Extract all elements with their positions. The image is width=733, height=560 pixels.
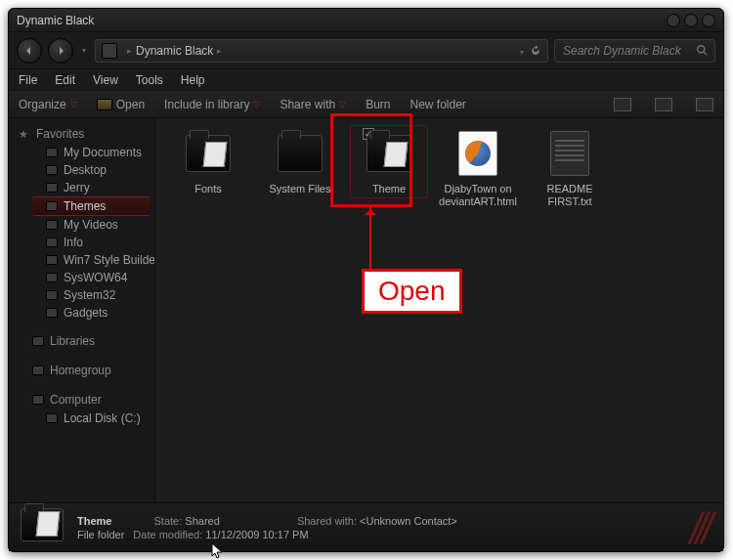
sidebar-item-themes[interactable]: Themes: [32, 196, 151, 216]
forward-button[interactable]: [48, 38, 73, 64]
folder-icon: [46, 255, 58, 265]
folder-icon: [46, 165, 58, 175]
folder-icon: [46, 201, 58, 211]
computer-icon: [32, 395, 44, 405]
organize-button[interactable]: Organize▽: [19, 98, 77, 111]
item-label: DjabyTown on deviantART.html: [439, 183, 517, 208]
details-sharedwith-label: Shared with:: [297, 515, 357, 527]
include-in-library-button[interactable]: Include in library▽: [164, 98, 260, 111]
search-placeholder: Search Dynamic Black: [563, 44, 681, 58]
chevron-down-icon: ▽: [339, 100, 346, 109]
share-with-button[interactable]: Share with▽: [280, 98, 346, 111]
sidebar-group-computer[interactable]: Computer: [13, 390, 154, 409]
open-button[interactable]: Open: [97, 98, 145, 111]
close-button[interactable]: [702, 14, 715, 27]
sidebar-item-desktop[interactable]: Desktop: [13, 161, 154, 179]
search-input[interactable]: Search Dynamic Black: [554, 39, 715, 63]
folder-icon: [366, 135, 411, 172]
svg-point-0: [698, 45, 705, 52]
libraries-icon: [32, 336, 44, 346]
star-icon: ★: [19, 128, 28, 141]
homegroup-icon: [32, 366, 44, 375]
details-state-label: State:: [154, 515, 183, 527]
item-label: Theme: [372, 183, 406, 195]
nav-row: ▾ ▸ Dynamic Black ▸ ▾ Search Dynamic Bla…: [9, 32, 723, 69]
sidebar-group-homegroup[interactable]: Homegroup: [13, 361, 154, 380]
help-button[interactable]: [696, 98, 713, 111]
sidebar-group-libraries[interactable]: Libraries: [13, 331, 154, 351]
item-label: README FIRST.txt: [531, 183, 609, 208]
items-grid: Fonts System Files ✓ Theme DjabyTown on …: [169, 128, 710, 208]
menu-file[interactable]: File: [19, 73, 37, 87]
details-modified-value: 11/12/2009 10:17 PM: [205, 529, 308, 540]
open-folder-icon: [97, 99, 112, 110]
view-options-button[interactable]: [614, 98, 631, 111]
text-file-icon: [550, 131, 589, 176]
breadcrumb[interactable]: ▸ Dynamic Black ▸ ▾: [95, 39, 548, 63]
refresh-icon[interactable]: [528, 43, 543, 59]
details-name: Theme: [77, 515, 111, 527]
firefox-icon: [465, 141, 491, 166]
burn-button[interactable]: Burn: [366, 98, 390, 111]
sidebar-item-my-documents[interactable]: My Documents: [13, 144, 154, 161]
sidebar-item-info[interactable]: Info: [13, 234, 154, 251]
chevron-down-icon: ▽: [253, 100, 260, 109]
menu-help[interactable]: Help: [181, 73, 205, 87]
command-bar: Organize▽ Open Include in library▽ Share…: [9, 91, 723, 118]
menu-view[interactable]: View: [93, 73, 118, 87]
folder-icon: [46, 273, 58, 282]
folder-icon: [46, 183, 58, 193]
folder-icon: [46, 308, 58, 318]
annotation-label: Open: [362, 269, 462, 314]
details-sharedwith-value: <Unknown Contact>: [360, 515, 457, 527]
minimize-button[interactable]: [667, 14, 680, 27]
history-dropdown-icon[interactable]: ▾: [79, 46, 89, 55]
sidebar-group-favorites[interactable]: ★Favorites: [13, 124, 154, 144]
sidebar-item-my-videos[interactable]: My Videos: [13, 216, 154, 234]
menu-tools[interactable]: Tools: [136, 73, 163, 87]
item-label: Fonts: [194, 183, 222, 195]
title-bar[interactable]: Dynamic Black: [9, 9, 723, 32]
html-file-icon: [458, 131, 497, 176]
details-modified-label: Date modified:: [133, 529, 202, 540]
folder-icon: [278, 135, 323, 172]
back-button[interactable]: [17, 38, 42, 64]
breadcrumb-separator: ▸: [127, 46, 132, 56]
chevron-down-icon: ▽: [70, 100, 77, 109]
navigation-pane: ★Favorites My Documents Desktop Jerry Th…: [9, 118, 155, 502]
folder-icon: [46, 220, 58, 230]
menu-bar: File Edit View Tools Help: [9, 69, 723, 91]
menu-edit[interactable]: Edit: [55, 73, 75, 87]
folder-icon: [186, 135, 231, 172]
sidebar-item-jerry[interactable]: Jerry: [13, 179, 154, 196]
new-folder-button[interactable]: New folder: [410, 98, 466, 111]
details-pane: Theme State: Shared Shared with: <Unknow…: [9, 502, 723, 551]
svg-line-1: [704, 51, 708, 55]
sidebar-item-local-disk-c[interactable]: Local Disk (C:): [13, 409, 154, 427]
preview-pane-button[interactable]: [655, 98, 672, 111]
details-thumbnail: [21, 508, 65, 547]
annotation-arrow: [369, 205, 371, 270]
item-label: System Files: [270, 183, 331, 195]
item-theme[interactable]: ✓ Theme: [350, 125, 428, 198]
breadcrumb-separator: ▸: [217, 46, 222, 56]
window-title: Dynamic Black: [17, 14, 94, 27]
search-icon: [696, 44, 710, 58]
sidebar-item-system32[interactable]: System32: [13, 286, 154, 304]
breadcrumb-segment[interactable]: Dynamic Black: [136, 44, 213, 58]
details-type: File folder: [77, 529, 124, 540]
sidebar-item-win7-style-builder[interactable]: Win7 Style Builder: [13, 251, 154, 269]
item-system-files[interactable]: System Files: [261, 128, 339, 195]
folder-icon: [46, 290, 58, 300]
drive-icon: [46, 413, 58, 423]
breadcrumb-dropdown-icon[interactable]: ▾: [520, 48, 524, 57]
sidebar-item-syswow64[interactable]: SysWOW64: [13, 269, 154, 286]
item-djabytown-html[interactable]: DjabyTown on deviantART.html: [439, 128, 517, 208]
maximize-button[interactable]: [684, 14, 698, 27]
folder-icon: [46, 148, 58, 157]
item-readme-txt[interactable]: README FIRST.txt: [531, 128, 609, 208]
sidebar-item-gadgets[interactable]: Gadgets: [13, 304, 154, 322]
decorative-slashes: [695, 511, 710, 544]
item-fonts[interactable]: Fonts: [169, 128, 247, 195]
details-state-value: Shared: [185, 515, 219, 527]
